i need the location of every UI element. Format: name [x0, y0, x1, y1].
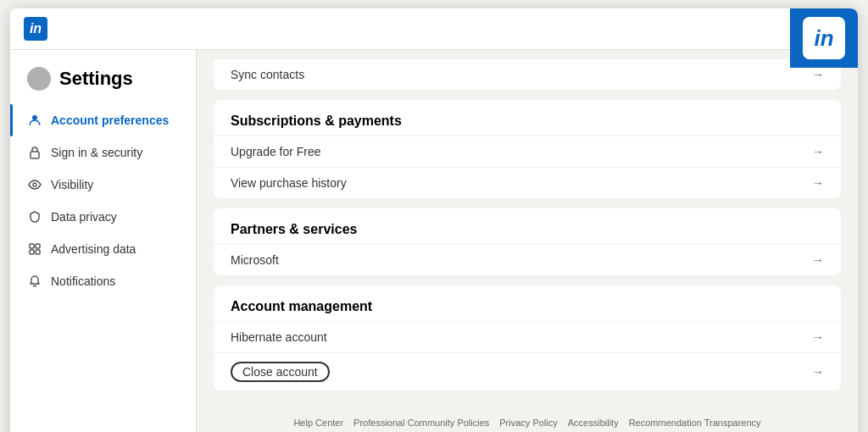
sidebar-label-visibility: Visibility	[51, 178, 93, 191]
sidebar-item-data-privacy[interactable]: Data privacy	[10, 201, 196, 233]
sidebar-item-advertising-data[interactable]: Advertising data	[10, 233, 196, 265]
close-account-chevron: →	[812, 365, 824, 379]
linkedin-watermark: in	[790, 8, 858, 68]
microsoft-item[interactable]: Microsoft →	[214, 244, 841, 275]
view-purchase-history-item[interactable]: View purchase history →	[214, 167, 841, 198]
upgrade-chevron: →	[812, 145, 824, 158]
svg-rect-4	[36, 244, 40, 248]
hibernate-account-item[interactable]: Hibernate account →	[214, 321, 841, 352]
microsoft-chevron: →	[812, 253, 824, 267]
eye-icon	[27, 177, 42, 192]
sidebar-label-account-preferences: Account preferences	[51, 114, 169, 127]
privacy-policy-link[interactable]: Privacy Policy	[499, 418, 557, 428]
partners-card: Partners & services Microsoft →	[214, 208, 841, 275]
sidebar-label-advertising-data: Advertising data	[51, 242, 136, 256]
subscriptions-title: Subscriptions & payments	[214, 100, 841, 136]
account-management-title: Account management	[214, 285, 841, 321]
sidebar-item-visibility[interactable]: Visibility	[10, 169, 196, 201]
sync-contacts-label: Sync contacts	[231, 68, 804, 81]
grid-icon	[27, 241, 42, 257]
sidebar-label-sign-in-security: Sign in & security	[51, 146, 142, 159]
person-icon	[27, 113, 42, 128]
footer: Help Center Professional Community Polic…	[214, 401, 841, 432]
sidebar-item-sign-in-security[interactable]: Sign in & security	[10, 136, 196, 169]
subscriptions-card: Subscriptions & payments Upgrade for Fre…	[214, 100, 841, 198]
sync-contacts-card: Sync contacts →	[214, 58, 841, 90]
close-account-pill: Close account	[231, 362, 330, 382]
view-purchase-chevron: →	[812, 176, 824, 190]
linkedin-logo-topbar: in	[24, 17, 47, 41]
avatar	[27, 67, 51, 91]
recommendation-transparency-link[interactable]: Recommendation Transparency	[629, 418, 761, 428]
sync-contacts-item[interactable]: Sync contacts →	[214, 58, 841, 90]
shield-icon	[27, 209, 42, 224]
top-bar: in	[10, 8, 858, 50]
main-layout: Settings Account preferences	[10, 50, 858, 432]
view-purchase-history-label: View purchase history	[231, 176, 804, 190]
svg-rect-3	[30, 244, 34, 248]
svg-rect-5	[30, 250, 34, 254]
partners-title: Partners & services	[214, 208, 841, 244]
hibernate-account-label: Hibernate account	[231, 330, 804, 344]
content-area: Sync contacts → Subscriptions & payments…	[197, 50, 858, 432]
close-account-item[interactable]: Close account →	[214, 352, 841, 390]
lock-icon	[27, 145, 42, 160]
settings-window: in in Settings Account preferences	[10, 8, 858, 432]
bell-icon	[27, 274, 42, 289]
upgrade-for-free-item[interactable]: Upgrade for Free →	[214, 136, 841, 167]
linkedin-watermark-inner: in	[803, 17, 845, 59]
professional-community-link[interactable]: Professional Community Policies	[353, 418, 489, 428]
sidebar-item-account-preferences[interactable]: Account preferences	[10, 104, 196, 136]
sidebar-label-data-privacy: Data privacy	[51, 210, 117, 224]
svg-rect-6	[36, 250, 40, 254]
svg-point-2	[33, 183, 36, 186]
sync-contacts-chevron: →	[812, 68, 824, 81]
sidebar: Settings Account preferences	[10, 50, 197, 432]
sidebar-label-notifications: Notifications	[51, 274, 115, 288]
help-center-link[interactable]: Help Center	[293, 418, 343, 428]
linkedin-watermark-text: in	[814, 25, 833, 52]
sidebar-item-notifications[interactable]: Notifications	[10, 265, 196, 297]
microsoft-label: Microsoft	[231, 253, 804, 267]
svg-point-0	[32, 115, 37, 120]
account-management-card: Account management Hibernate account →	[214, 285, 841, 390]
sidebar-title: Settings	[10, 67, 196, 104]
footer-links: Help Center Professional Community Polic…	[231, 418, 824, 428]
svg-rect-1	[31, 152, 39, 158]
upgrade-for-free-label: Upgrade for Free	[231, 145, 804, 158]
accessibility-link[interactable]: Accessibility	[568, 418, 619, 428]
hibernate-chevron: →	[812, 330, 824, 344]
close-account-label: Close account	[231, 362, 804, 382]
